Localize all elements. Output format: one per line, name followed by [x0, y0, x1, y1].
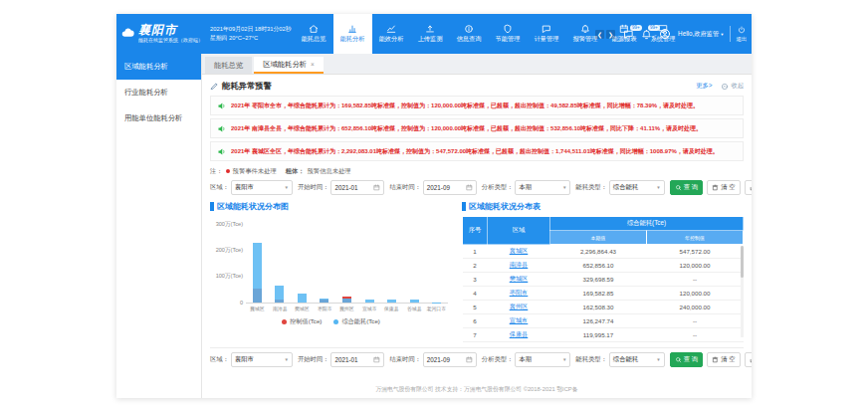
nav-item[interactable]: 能效分析: [372, 14, 411, 54]
message-icon[interactable]: 99+: [623, 29, 634, 40]
x-axis-label: 枣阳市: [314, 306, 334, 312]
alert-row[interactable]: 2021年 襄城区全区，年综合能耗累计为：2,292,083.01吨标准煤，控制…: [210, 141, 744, 161]
user-icon[interactable]: [659, 28, 671, 40]
end-date-input[interactable]: 2021-09: [423, 352, 477, 367]
horn-icon: [217, 147, 226, 156]
table-scrollbar[interactable]: [741, 246, 744, 337]
cards-row: 区域能耗状况分布图 300万(Tce)200万(Tce)100万(Tce)0襄城…: [210, 201, 744, 342]
close-icon[interactable]: ×: [311, 61, 315, 68]
header-right: 99+ 99+ Hello,政府监管 ▾ 退出: [618, 14, 752, 54]
more-link[interactable]: 更多>: [696, 82, 712, 91]
collapse-icon: [721, 83, 729, 91]
col-header-index: 序号: [463, 217, 488, 245]
search-button[interactable]: 查 询: [670, 180, 703, 195]
tab[interactable]: 区域能耗分析×: [254, 57, 324, 74]
alert-edit-icon: [210, 82, 219, 91]
table-row: 1 襄城区 2,296,864.43 547,572.00: [463, 245, 744, 259]
upload-icon: [425, 24, 435, 34]
bar-chart-plot: 300万(Tce)200万(Tce)100万(Tce)0襄城区南漳县樊城区枣阳市…: [246, 225, 448, 304]
x-axis-label: 保康县: [381, 306, 402, 312]
energy-type-select[interactable]: 综合能耗▼: [609, 352, 665, 367]
user-greeting[interactable]: Hello,政府监管 ▾: [678, 30, 723, 39]
alert-row[interactable]: 2021年 南漳县全县，年综合能耗累计为：652,856.10吨标准煤，控制值为…: [210, 118, 744, 138]
region-link[interactable]: 樊城区: [510, 275, 529, 282]
table-title: 区域能耗状况分布表: [469, 201, 541, 212]
region-energy-table: 序号 区域 综合能耗(Tce) 本期值 年控制值 1 襄城区 2: [462, 216, 744, 342]
legend-item[interactable]: 综合能耗(Tce): [333, 317, 380, 326]
end-date-input[interactable]: 2021-09: [423, 180, 477, 195]
sidebar: 区域能耗分析行业能耗分析用能单位能耗分析: [116, 54, 202, 398]
calendar-icon: [466, 356, 473, 363]
app-window: 襄阳市 能耗在线监管系统（政府端） 2021年09月02日 18时31分02秒 …: [116, 14, 752, 398]
region-link[interactable]: 宜城市: [510, 316, 529, 323]
chart-bar-consumption: [387, 300, 396, 303]
x-axis-label: 谷城县: [403, 306, 424, 312]
info-icon: [464, 24, 474, 34]
x-axis-label: 老河口市: [426, 306, 447, 312]
alert-panel-header: 能耗异常预警 更多> 收起: [210, 80, 744, 93]
tab[interactable]: 能耗总览: [205, 57, 252, 74]
filter-row-bottom: 区域： 襄阳市▼ 开始时间： 2021-01 结束时间： 2021-09 分析类…: [210, 348, 744, 371]
city-title: 襄阳市: [138, 24, 203, 38]
analysis-type-select[interactable]: 本期▼: [515, 352, 570, 367]
col-header-region: 区域: [488, 217, 550, 245]
region-select[interactable]: 襄阳市▼: [231, 352, 293, 367]
legend-note: 注： 预警事件未处理 粗体： 预警信息未处理: [210, 166, 744, 176]
nav-item[interactable]: 节能管理: [489, 14, 528, 54]
chart-bar-consumption: [410, 300, 419, 303]
nav-item[interactable]: 能耗总览: [295, 14, 333, 54]
export-button[interactable]: 导 出: [745, 180, 752, 195]
energy-type-select[interactable]: 综合能耗▼: [609, 180, 665, 195]
region-energy-table-card: 区域能耗状况分布表 序号 区域 综合能耗(Tce) 本期值: [462, 201, 744, 342]
footer-text: 万洲电气股份有限公司 技术支持：万洲电气股份有限公司 ©2018-2021 鄂I…: [210, 383, 744, 396]
chart-title-row: 区域能耗状况分布图: [210, 201, 452, 212]
nav-item[interactable]: 计量管理: [528, 14, 566, 54]
region-link[interactable]: 枣阳市: [510, 289, 529, 296]
sidebar-item[interactable]: 区域能耗分析: [116, 54, 201, 80]
nav-scroll-arrows: ❮ ❯: [592, 14, 618, 54]
logout-button[interactable]: 退出: [730, 26, 747, 42]
shield-icon: [503, 24, 513, 34]
x-axis-label: 南漳县: [269, 306, 290, 312]
nav-prev-icon[interactable]: ❮: [595, 30, 604, 39]
sidebar-item[interactable]: 用能单位能耗分析: [116, 105, 201, 131]
app-logo: 襄阳市 能耗在线监管系统（政府端）: [116, 14, 207, 54]
chart-bar-consumption: [275, 286, 284, 303]
search-button[interactable]: 查 询: [670, 352, 703, 367]
table-row: 2 南漳县 652,856.10 120,000.00: [463, 259, 744, 273]
region-select[interactable]: 襄阳市▼: [231, 180, 293, 195]
system-subtitle: 能耗在线监管系统（政府端）: [138, 38, 203, 44]
chart-bar-consumption: [320, 299, 328, 303]
region-link[interactable]: 襄城区: [510, 247, 529, 254]
main-area: 能耗总览区域能耗分析× 能耗异常预警 更多> 收起 2021年 枣阳市全市，年综…: [202, 54, 752, 398]
content-area: 能耗异常预警 更多> 收起 2021年 枣阳市全市，年综合能耗累计为：169,5…: [202, 75, 752, 398]
alert-row[interactable]: 2021年 枣阳市全市，年综合能耗累计为：169,582.85吨标准煤，控制值为…: [210, 96, 744, 115]
region-link[interactable]: 保康县: [510, 330, 529, 337]
nav-item[interactable]: 信息查询: [450, 14, 489, 54]
bell-icon[interactable]: 99+: [641, 29, 652, 40]
col-header-control: 年控制值: [647, 231, 744, 245]
red-dot-icon: [226, 169, 230, 173]
alarm-icon: [580, 24, 590, 34]
region-link[interactable]: 襄州区: [510, 303, 529, 309]
section-marker-icon: [210, 202, 214, 211]
legend-item[interactable]: 控制值(Tce): [282, 317, 322, 326]
export-button[interactable]: 导 出: [745, 352, 752, 367]
clear-button[interactable]: 清 空: [707, 180, 740, 195]
nav-item[interactable]: 上传监测: [411, 14, 450, 54]
analysis-type-select[interactable]: 本期▼: [515, 180, 570, 195]
chart-legend: 控制值(Tce)综合能耗(Tce): [210, 317, 452, 326]
nav-next-icon[interactable]: ❯: [606, 30, 615, 39]
line-chart-icon: [386, 24, 396, 34]
clear-button[interactable]: 清 空: [707, 352, 740, 367]
sidebar-item[interactable]: 行业能耗分析: [116, 80, 201, 105]
nav-item[interactable]: 能耗分析: [333, 14, 372, 54]
collapse-link[interactable]: 收起: [721, 82, 744, 91]
region-link[interactable]: 南漳县: [510, 261, 529, 268]
start-date-input[interactable]: 2021-01: [330, 352, 384, 367]
start-date-input[interactable]: 2021-01: [330, 180, 384, 195]
horn-icon: [217, 124, 226, 133]
region-energy-chart-card: 区域能耗状况分布图 300万(Tce)200万(Tce)100万(Tce)0襄城…: [210, 201, 452, 342]
chart-title: 区域能耗状况分布图: [217, 201, 289, 212]
x-axis-label: 襄州区: [336, 306, 357, 312]
